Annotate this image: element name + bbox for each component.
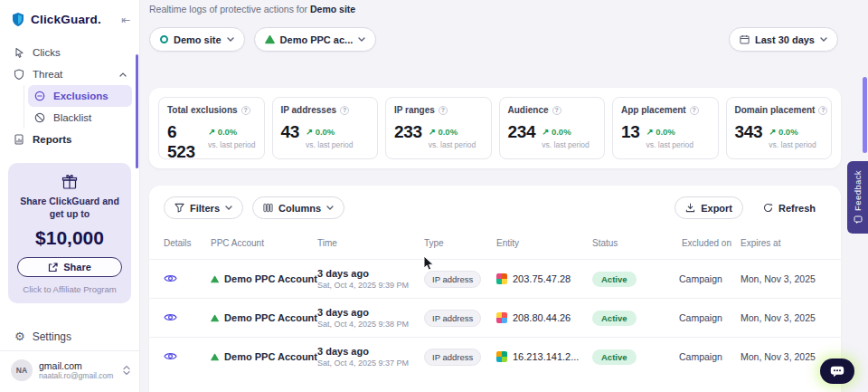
col-expires-at: Expires at [741, 238, 826, 249]
info-icon[interactable]: ? [690, 106, 699, 115]
stat-value: 13 [621, 122, 640, 142]
trend-up-icon: ↗ [306, 127, 313, 137]
date-range-label: Last 30 days [755, 34, 815, 45]
export-button[interactable]: Export [675, 196, 743, 219]
trend-value: 0.0% [316, 127, 335, 137]
nav-label: Reports [33, 134, 71, 145]
stat-value: 6 523 [167, 122, 202, 162]
avatar: NA [11, 359, 33, 381]
stat-card-ip-addresses: IP addresses? 43↗ 0.0%vs. last period [272, 97, 379, 159]
stat-value: 43 [281, 122, 300, 142]
col-status: Status [592, 238, 679, 249]
stat-value: 233 [394, 122, 422, 142]
sidebar-item-reports[interactable]: Reports [7, 129, 132, 150]
sidebar-item-blacklist[interactable]: Blacklist [28, 107, 132, 129]
time-relative: 3 days ago [317, 307, 424, 318]
filters-button[interactable]: Filters [164, 196, 243, 219]
threat-icon [13, 69, 25, 80]
account-selector-label: Demo PPC ac... [280, 34, 354, 45]
gift-icon [17, 174, 122, 190]
entity-value[interactable]: 16.213.141.2... [513, 351, 579, 362]
settings-label: Settings [33, 330, 71, 343]
site-selector[interactable]: Demo site [149, 27, 245, 52]
account-name: Demo PPC Account [224, 273, 317, 284]
stats-panel: Total exclusions? 6 523↗ 0.0%vs. last pe… [149, 88, 841, 168]
user-email: naatali.ro@gmail.com [39, 371, 117, 380]
col-details: Details [164, 238, 211, 249]
trend-up-icon: ↗ [769, 127, 776, 137]
excluded-on-value: Campaign [679, 312, 741, 323]
compare-label: vs. last period [429, 140, 476, 149]
excluded-on-value: Campaign [679, 273, 741, 284]
stat-label: Total exclusions [167, 105, 238, 115]
site-dot-icon [160, 35, 168, 43]
nav-label: Threat [33, 69, 62, 80]
nav-label: Blacklist [53, 112, 91, 123]
info-icon[interactable]: ? [552, 106, 561, 115]
gear-icon: ⚙ [14, 330, 25, 343]
sidebar-scrollbar-thumb[interactable] [136, 54, 138, 168]
sidebar: ClickGuard. ⇤ Clicks Threat Excl [0, 0, 140, 392]
view-details-eye-icon[interactable] [164, 351, 177, 361]
stat-card-app-placement: App placement? 13↗ 0.0%vs. last period [612, 97, 719, 159]
entity-value[interactable]: 208.80.44.26 [513, 312, 571, 323]
feedback-chat-icon [854, 215, 863, 225]
excluded-on-value: Campaign [679, 351, 741, 362]
date-range-selector[interactable]: Last 30 days [729, 27, 838, 52]
col-ppc-account: PPC Account [211, 238, 317, 249]
cursor-click-icon [13, 47, 25, 58]
chevron-down-icon [358, 37, 365, 42]
ip-flag-icon [496, 273, 507, 284]
share-button[interactable]: Share [17, 257, 122, 277]
feedback-tab[interactable]: Feedback [847, 161, 868, 234]
affiliate-link[interactable]: Click to Affiliate Program [17, 284, 122, 294]
sidebar-item-threat[interactable]: Threat [7, 63, 132, 85]
ppc-account-icon [211, 313, 219, 323]
chat-bubble-icon [830, 366, 844, 378]
account-selector[interactable]: Demo PPC ac... [254, 27, 377, 52]
refresh-button[interactable]: Refresh [752, 196, 826, 219]
report-document-icon [13, 134, 25, 145]
columns-label: Columns [278, 203, 321, 214]
info-icon[interactable]: ? [439, 106, 448, 115]
page-title-site: Demo site [310, 4, 355, 14]
expires-at-value: Mon, Nov 3, 2025 [741, 312, 826, 323]
filter-selectors: Demo site Demo PPC ac... [149, 27, 376, 52]
info-icon[interactable]: ? [818, 106, 827, 115]
stat-label: Domain placement [735, 105, 816, 115]
threat-subnav: Exclusions Blacklist [24, 85, 132, 129]
refresh-icon [763, 203, 773, 213]
calendar-icon [740, 34, 750, 44]
compare-label: vs. last period [542, 140, 589, 149]
info-icon[interactable]: ? [241, 106, 250, 115]
user-name: gmail.com [39, 360, 117, 372]
ppc-account-icon [211, 352, 219, 362]
table-row: Demo PPC Account 3 days agoSat, Oct 4, 2… [149, 259, 841, 298]
trend-value: 0.0% [778, 127, 798, 137]
stat-label: IP ranges [394, 105, 435, 115]
columns-button[interactable]: Columns [252, 196, 344, 219]
stat-value: 234 [508, 122, 536, 142]
stat-card-domain-placement: Domain placement? 343↗ 0.0%vs. last peri… [726, 97, 833, 159]
stat-value: 343 [735, 122, 763, 142]
trend-up-icon: ↗ [208, 127, 215, 137]
page-scrollbar-thumb[interactable] [863, 77, 867, 153]
compare-label: vs. last period [646, 140, 693, 149]
info-icon[interactable]: ? [340, 106, 349, 115]
user-menu[interactable]: NA gmail.com naatali.ro@gmail.com [0, 350, 139, 392]
chat-launcher-button[interactable] [820, 359, 854, 384]
ip-flag-icon [496, 312, 507, 323]
time-absolute: Sat, Oct 4, 2025 9:39 PM [317, 281, 424, 290]
trend-up-icon: ↗ [646, 127, 654, 137]
entity-value[interactable]: 203.75.47.28 [513, 273, 571, 284]
view-details-eye-icon[interactable] [164, 273, 177, 283]
view-details-eye-icon[interactable] [164, 312, 177, 322]
sidebar-item-settings[interactable]: ⚙ Settings [0, 322, 139, 350]
collapse-sidebar-icon[interactable]: ⇤ [121, 14, 130, 26]
logs-table-panel: Filters Columns Export Refresh Details P… [149, 186, 841, 392]
status-badge: Active [592, 349, 637, 365]
sidebar-item-clicks[interactable]: Clicks [7, 42, 132, 63]
table-row: Demo PPC Account 3 days agoSat, Oct 4, 2… [149, 298, 841, 337]
sidebar-item-exclusions[interactable]: Exclusions [28, 85, 132, 107]
account-name: Demo PPC Account [224, 312, 317, 323]
